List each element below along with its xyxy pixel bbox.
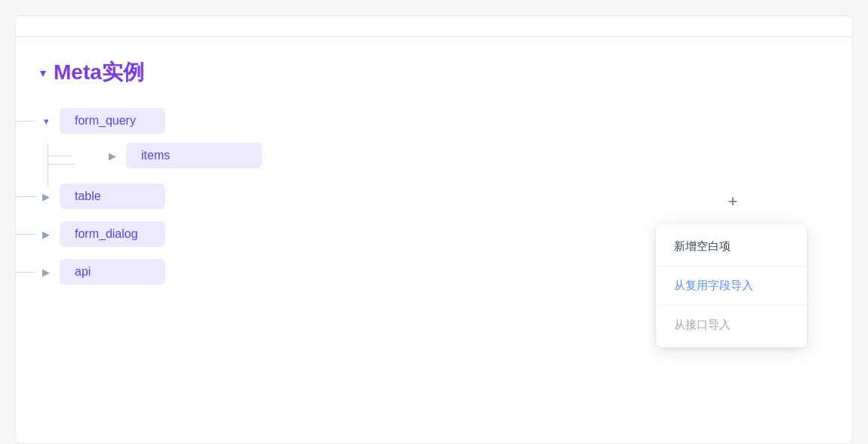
form-query-expand-arrow[interactable]: ▾ <box>40 116 52 127</box>
tree-item-form-query: ▾ form_query <box>40 108 828 134</box>
tree-item-table: ▶ table <box>40 183 828 209</box>
section-title-text: Meta实例 <box>54 58 144 87</box>
items-expand-arrow[interactable]: ▶ <box>106 150 119 162</box>
items-label[interactable]: items <box>126 143 262 168</box>
dropdown-item-import-api: 从接口导入 <box>656 309 807 341</box>
content-area: ▾ Meta实例 ▾ form_query ▶ ite <box>16 37 852 318</box>
dropdown-divider-1 <box>656 266 807 267</box>
tree-item-items: ▶ items <box>76 143 828 168</box>
form-dialog-label[interactable]: form_dialog <box>60 221 165 247</box>
api-label[interactable]: api <box>60 259 165 285</box>
dropdown-item-import-field[interactable]: 从复用字段导入 <box>656 270 807 302</box>
main-container: ▾ Meta实例 ▾ form_query ▶ ite <box>15 15 853 444</box>
tree-group-form-query: ▾ form_query ▶ items <box>40 108 828 168</box>
form-query-label[interactable]: form_query <box>60 108 165 134</box>
dropdown-menu: 新增空白项 从复用字段导入 从接口导入 <box>656 224 807 347</box>
api-expand-arrow[interactable]: ▶ <box>40 267 52 278</box>
add-item-button[interactable]: + <box>719 188 746 215</box>
top-bar <box>16 16 852 37</box>
table-label[interactable]: table <box>60 183 165 209</box>
form-dialog-expand-arrow[interactable]: ▶ <box>40 229 52 240</box>
dropdown-divider-2 <box>656 305 807 306</box>
section-title: ▾ Meta实例 <box>40 58 828 87</box>
section-collapse-arrow[interactable]: ▾ <box>40 66 46 80</box>
dropdown-item-add-blank[interactable]: 新增空白项 <box>656 230 807 263</box>
table-expand-arrow[interactable]: ▶ <box>40 191 52 202</box>
